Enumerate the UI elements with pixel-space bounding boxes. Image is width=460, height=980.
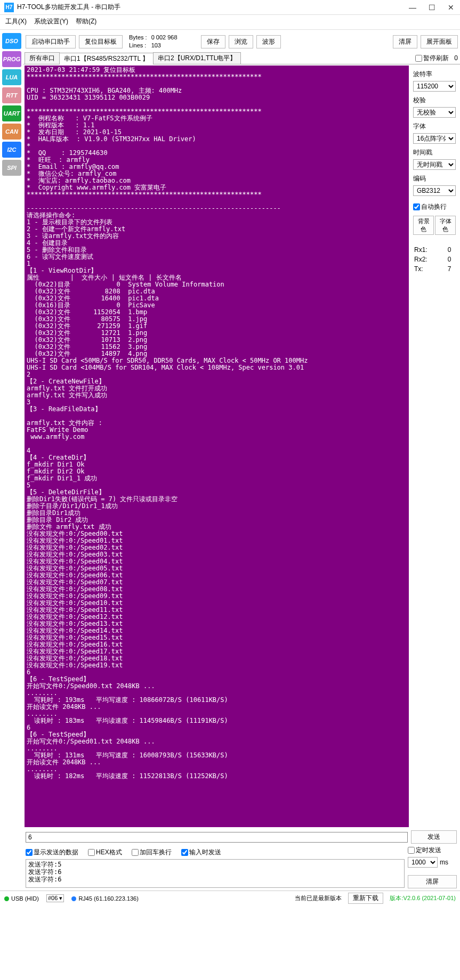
- wave-button[interactable]: 波形: [256, 35, 281, 48]
- auto-wrap-checkbox[interactable]: 自动换行: [413, 202, 456, 211]
- side-tool-bar: DSOPROGLUARTTUARTCANI2CSPI: [0, 30, 23, 829]
- clear-screen-button[interactable]: 清屏: [393, 35, 417, 48]
- font-label: 字体: [413, 122, 456, 131]
- menu-tools[interactable]: 工具(X): [5, 17, 27, 26]
- hex-checkbox[interactable]: HEX格式: [88, 848, 122, 857]
- send-button[interactable]: 发送: [411, 830, 457, 844]
- tab-port2[interactable]: 串口2【URX/D1,TTL电平】: [153, 52, 241, 64]
- side-lua-button[interactable]: LUA: [2, 69, 21, 85]
- side-prog-button[interactable]: PROG: [2, 51, 21, 67]
- status-usb: USB (HID): [4, 895, 39, 902]
- tab-all-ports[interactable]: 所有串口: [25, 52, 60, 64]
- parity-label: 校验: [413, 96, 456, 105]
- side-dso-button[interactable]: DSO: [2, 33, 21, 49]
- clear-send-button[interactable]: 清屏: [408, 875, 457, 888]
- side-spi-button[interactable]: SPI: [2, 160, 21, 176]
- terminal-output[interactable]: 2021-07-03 21:47:59 复位目标板 **************…: [25, 66, 409, 827]
- status-version: 版本:V2.0.6 (2021-07-01): [390, 894, 456, 902]
- timestamp-label: 时间戳: [413, 148, 456, 157]
- side-rtt-button[interactable]: RTT: [2, 87, 21, 103]
- font-select[interactable]: 16点阵字体: [413, 133, 456, 144]
- byte-stats: Bytes :0 002 968 Lines :103: [128, 33, 179, 50]
- minimize-icon[interactable]: —: [408, 3, 417, 12]
- status-latest: 当前已是最新版本: [295, 894, 342, 902]
- rx-tx-counts: Rx1:0 Rx2:0 Tx:7: [413, 244, 456, 274]
- tab-port1[interactable]: 串口1【RS485/RS232/TTL 】: [59, 53, 154, 64]
- pause-refresh-checkbox[interactable]: 暂停刷新: [415, 54, 449, 63]
- ms-label: ms: [440, 859, 448, 866]
- send-on-input-checkbox[interactable]: 输入时发送: [181, 848, 221, 857]
- bg-color-button[interactable]: 背景色: [413, 216, 434, 235]
- timed-send-checkbox[interactable]: 定时发送: [408, 846, 457, 855]
- app-icon: H7: [4, 3, 14, 12]
- side-uart-button[interactable]: UART: [2, 105, 21, 121]
- encoding-select[interactable]: GB2312: [413, 185, 456, 196]
- side-i2c-button[interactable]: I2C: [2, 142, 21, 158]
- encoding-label: 编码: [413, 174, 456, 183]
- baud-select[interactable]: 115200: [413, 81, 456, 92]
- browse-button[interactable]: 浏览: [229, 35, 253, 48]
- status-rj45: RJ45 (61.160.223.136): [71, 895, 139, 902]
- menu-help[interactable]: 帮助(Z): [76, 17, 96, 26]
- crlf-checkbox[interactable]: 加回车换行: [132, 848, 172, 857]
- save-button[interactable]: 保存: [201, 35, 225, 48]
- side-can-button[interactable]: CAN: [2, 124, 21, 140]
- status-hash-select[interactable]: #06 ▾: [46, 894, 64, 902]
- menubar: 工具(X) 系统设置(Y) 帮助(Z): [0, 15, 460, 30]
- send-input[interactable]: [26, 832, 408, 843]
- send-log[interactable]: 发送字符:5 发送字符:6 发送字符:6: [26, 859, 405, 888]
- parity-select[interactable]: 无校验: [413, 107, 456, 118]
- fg-color-button[interactable]: 字体色: [435, 216, 456, 235]
- show-sent-checkbox[interactable]: 显示发送的数据: [26, 848, 78, 857]
- interval-select[interactable]: 1000: [408, 857, 438, 868]
- baud-label: 波特率: [413, 70, 456, 79]
- timestamp-select[interactable]: 无时间戳: [413, 159, 456, 170]
- expand-panel-button[interactable]: 展开面板: [421, 35, 458, 48]
- menu-settings[interactable]: 系统设置(Y): [34, 17, 68, 26]
- window-title: H7-TOOL多功能开发工具 - 串口助手: [17, 3, 408, 12]
- maximize-icon[interactable]: ☐: [427, 3, 437, 12]
- start-serial-button[interactable]: 启动串口助手: [26, 35, 76, 48]
- reset-target-button[interactable]: 复位目标板: [79, 35, 123, 48]
- tab-zero: 0: [454, 54, 458, 62]
- redownload-button[interactable]: 重新下载: [348, 893, 383, 904]
- close-icon[interactable]: ✕: [446, 3, 456, 12]
